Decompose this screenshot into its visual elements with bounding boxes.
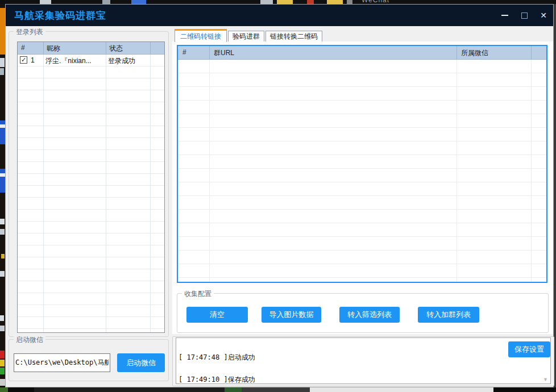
grid-line <box>43 42 44 54</box>
desktop-icon-fragment <box>0 8 5 55</box>
desktop-text-fragment <box>0 271 5 277</box>
grid-line <box>209 60 210 282</box>
desktop-text-fragment <box>0 229 5 235</box>
titlebar: 马航采集验码进群宝 ✕ <box>6 5 553 26</box>
tab-verify-join-group[interactable]: 验码进群 <box>228 31 264 42</box>
desktop-icon-fragment <box>1 254 5 258</box>
grid-line <box>531 60 532 282</box>
desktop-icon-fragment <box>102 0 110 4</box>
grid-line <box>150 55 151 332</box>
log-line: [ 17:47:48 ]启动成功 <box>179 354 548 361</box>
row-checkbox[interactable]: ✓ <box>20 56 27 64</box>
grid-line <box>150 42 151 54</box>
desktop-icon-fragment <box>40 0 51 4</box>
import-image-button[interactable]: 导入图片数据 <box>262 307 321 323</box>
close-icon: ✕ <box>540 11 547 19</box>
desktop-icon-fragment <box>0 169 5 193</box>
client-area: 登录列表 # 昵称 状态 ✓ 1 浮尘.『ni <box>6 26 553 387</box>
login-list-group-label: 登录列表 <box>14 27 45 37</box>
to-join-list-button[interactable]: 转入加群列表 <box>418 307 479 323</box>
wechat-path-input[interactable] <box>14 353 110 372</box>
login-table: # 昵称 状态 ✓ 1 浮尘.『nixian... 登录成功 <box>17 41 165 333</box>
desktop-icon-fragment <box>0 124 5 128</box>
scroll-down-icon[interactable]: ▼ <box>543 377 548 382</box>
login-table-body: ✓ 1 浮尘.『nixian... 登录成功 <box>18 55 164 332</box>
row-index: 1 <box>31 56 35 64</box>
tab-link-to-qrcode[interactable]: 链接转换二维码 <box>265 31 322 42</box>
group-url-table: # 群URL 所属微信 <box>177 45 547 283</box>
minimize-button[interactable] <box>495 7 514 23</box>
maximize-icon <box>521 12 528 19</box>
desktop-icon-fragment <box>0 351 5 358</box>
desktop-top-strip: WeChat <box>0 0 556 4</box>
url-table-body <box>178 60 546 282</box>
url-table-header: # 群URL 所属微信 <box>178 46 546 60</box>
close-button[interactable]: ✕ <box>534 7 553 23</box>
desktop-left-strip <box>0 4 5 387</box>
row-nickname: 浮尘.『nixian... <box>45 56 105 66</box>
clear-button[interactable]: 清空 <box>186 307 248 323</box>
url-col-wechat: 所属微信 <box>461 48 488 58</box>
taskbar-fragment <box>225 387 242 392</box>
row-status: 登录成功 <box>108 56 135 66</box>
tab-qrcode-to-link[interactable]: 二维码转链接 <box>175 29 227 42</box>
collect-config-group: 收集配置 清空 导入图片数据 转入筛选列表 转入加群列表 <box>177 293 549 333</box>
grid-line <box>43 55 44 332</box>
desktop-icon-fragment <box>347 0 352 4</box>
desktop-icon-fragment <box>0 58 5 67</box>
login-col-index: # <box>21 44 25 52</box>
maximize-button[interactable] <box>514 7 534 23</box>
log-line: [ 17:49:10 ]保存成功 <box>179 376 548 383</box>
taskbar-fragment <box>242 387 310 392</box>
log-lines: [ 17:47:48 ]启动成功 [ 17:49:10 ]保存成功 [ 17:4… <box>176 338 550 384</box>
grid-line <box>531 46 532 59</box>
desktop-icon-fragment <box>260 0 273 4</box>
launch-wechat-group: 启动微信 启动微信 <box>9 339 169 381</box>
launch-wechat-button[interactable]: 启动微信 <box>117 353 165 372</box>
collect-config-label: 收集配置 <box>182 289 214 299</box>
to-filter-list-button[interactable]: 转入筛选列表 <box>339 307 400 323</box>
desktop-folder-icon <box>327 0 343 4</box>
taskbar-fragment <box>34 387 225 392</box>
window-controls: ✕ <box>495 5 553 26</box>
url-col-index: # <box>182 48 186 56</box>
login-table-header: # 昵称 状态 <box>18 42 164 55</box>
window-title: 马航采集验码进群宝 <box>6 9 106 22</box>
grid-line <box>106 42 106 54</box>
taskbar-fragment <box>310 387 493 392</box>
launch-group-label: 启动微信 <box>14 335 45 345</box>
login-col-nickname: 昵称 <box>47 44 60 53</box>
save-settings-button[interactable]: 保存设置 <box>508 341 550 357</box>
login-table-row[interactable]: ✓ 1 浮尘.『nixian... 登录成功 <box>18 55 164 66</box>
grid-line <box>457 60 457 282</box>
desktop-icon-fragment <box>307 0 314 4</box>
desktop-icon-fragment <box>0 368 5 374</box>
desktop-icon-fragment <box>0 68 4 75</box>
login-col-status: 状态 <box>109 44 123 53</box>
desktop-text-fragment <box>0 315 4 321</box>
desktop-right-strip <box>554 4 556 387</box>
log-textbox[interactable]: [ 17:47:48 ]启动成功 [ 17:49:10 ]保存成功 [ 17:4… <box>176 337 551 384</box>
desktop-icon-fragment <box>131 0 146 4</box>
grid-line <box>106 55 106 332</box>
login-list-group: 登录列表 # 昵称 状态 ✓ 1 浮尘.『ni <box>9 31 169 337</box>
desktop-bottom-strip <box>0 387 556 392</box>
grid-line <box>209 46 210 59</box>
desktop-wechat-label: WeChat <box>362 0 389 4</box>
app-window: 马航采集验码进群宝 ✕ 登录列表 # 昵称 状态 <box>5 4 554 387</box>
taskbar-fragment <box>0 387 8 392</box>
desktop-folder-icon <box>277 0 293 4</box>
desktop-icon-fragment <box>0 360 5 366</box>
desktop-text-fragment <box>0 379 5 386</box>
desktop-text-fragment <box>0 326 5 331</box>
minimize-icon <box>501 15 508 16</box>
url-col-url: 群URL <box>214 48 234 58</box>
desktop-icon-fragment <box>0 173 5 177</box>
grid-line <box>457 46 457 59</box>
log-panel: [ 17:47:48 ]启动成功 [ 17:49:10 ]保存成功 [ 17:4… <box>172 336 554 386</box>
desktop-text-fragment <box>0 219 5 224</box>
tab-bar: 二维码转链接 验码进群 链接转换二维码 <box>175 29 322 42</box>
